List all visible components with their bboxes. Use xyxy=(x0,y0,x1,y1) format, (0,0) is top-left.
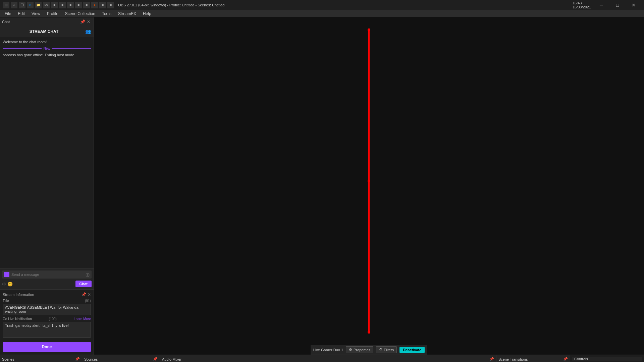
menu-scene-collection[interactable]: Scene Collection xyxy=(62,11,99,17)
app3-icon[interactable]: ■ xyxy=(67,2,74,8)
app5-icon[interactable]: ■ xyxy=(83,2,90,8)
app-title: OBS 27.0.1 (64-bit, windows) - Profile: … xyxy=(118,3,573,7)
maximize-button[interactable]: □ xyxy=(610,0,625,10)
chat-new-divider: New xyxy=(3,47,91,50)
date-display: 16/08/2021 xyxy=(573,5,591,9)
chat-tab[interactable]: Chat xyxy=(2,20,79,24)
app4-icon[interactable]: ■ xyxy=(75,2,82,8)
handle-top-mid[interactable] xyxy=(368,28,370,31)
edge-icon[interactable]: e xyxy=(27,2,34,8)
audio-mixer-title: Audio Mixer xyxy=(162,357,181,361)
title-label-row: Title (91) xyxy=(3,299,91,303)
task-view-icon[interactable]: ❑ xyxy=(19,2,25,8)
time-display: 16:43 xyxy=(573,1,582,5)
app6-icon[interactable]: ■ xyxy=(99,2,106,8)
main-layout: Chat 📌 ✕ STREAM CHAT 👥 Welcome to the ch… xyxy=(0,17,644,355)
stream-chat-header: STREAM CHAT 👥 xyxy=(0,26,94,37)
audio-mixer-panel: Audio Mixer 📌 Live Gamer Duo 1 -19.1 dB xyxy=(160,355,496,362)
learn-more-link[interactable]: Learn More xyxy=(74,317,91,321)
taskbar-app-icons: ⊞ ⌕ ❑ e 📁 🛍 ■ ■ ■ ■ ■ ● ■ ■ xyxy=(3,2,114,8)
stream-info-title: Stream Information xyxy=(3,293,34,297)
chat-settings-icon[interactable]: ⚙ xyxy=(2,282,6,287)
chat-welcome-message: Welcome to the chat room! xyxy=(3,40,91,44)
chat-input-row: ◎ xyxy=(2,270,92,279)
audio-mixer-pin-icon[interactable]: 📌 xyxy=(489,357,494,361)
menu-bar: File Edit View Profile Scene Collection … xyxy=(0,10,644,17)
store-icon[interactable]: 🛍 xyxy=(43,2,50,8)
stream-title-field[interactable]: AVENGERS! ASSEMBLE | War for Wakanda wai… xyxy=(3,304,91,315)
done-button[interactable]: Done xyxy=(3,342,91,352)
sources-panel-header: Sources 📌 xyxy=(82,355,160,362)
chat-input-actions: ⚙ 😊 Chat xyxy=(2,281,92,287)
pin-button[interactable]: 📌 xyxy=(79,19,86,25)
menu-edit[interactable]: Edit xyxy=(14,11,28,17)
sources-panel: Sources 📌 Logo 👁 🔒 Webcam Frame 👁 🔒 Boli… xyxy=(82,355,160,362)
transitions-panel: Scene Transitions 📌 Fade Cut Swipe Slide… xyxy=(496,355,570,362)
menu-help[interactable]: Help xyxy=(140,11,155,17)
files-icon[interactable]: 📁 xyxy=(35,2,42,8)
close-button[interactable]: ✕ xyxy=(626,0,641,10)
active-source-name: Live Gamer Duo 1 xyxy=(313,348,343,352)
chat-panel: Chat 📌 ✕ STREAM CHAT 👥 Welcome to the ch… xyxy=(0,17,94,355)
filters-icon: ⚗ xyxy=(379,348,382,352)
chat-input-area: ◎ ⚙ 😊 Chat xyxy=(0,268,94,289)
chat-message-input[interactable] xyxy=(11,273,86,277)
handle-mid-right[interactable] xyxy=(368,180,370,182)
preview-canvas: CREW QUARTERS Its_Ins... War TableMissio… xyxy=(368,29,370,333)
title-bar: ⊞ ⌕ ❑ e 📁 🛍 ■ ■ ■ ■ ■ ● ■ ■ OBS 27.0.1 (… xyxy=(0,0,644,10)
manage-users-icon[interactable]: 👥 xyxy=(85,29,91,34)
properties-button[interactable]: ⚙ Properties xyxy=(346,346,373,353)
close-chat-button[interactable]: ✕ xyxy=(86,19,92,25)
obs-icon[interactable]: ● xyxy=(91,2,98,8)
controls-panel: Controls Start Streaming Start Recording… xyxy=(570,355,644,362)
preview-area: CREW QUARTERS Its_Ins... War TableMissio… xyxy=(94,17,644,355)
transitions-pin-icon[interactable]: 📌 xyxy=(563,357,568,361)
app7-icon[interactable]: ■ xyxy=(107,2,114,8)
app1-icon[interactable]: ■ xyxy=(51,2,58,8)
source-bar: Live Gamer Duo 1 ⚙ Properties ⚗ Filters … xyxy=(311,345,427,355)
datetime-display: 16:43 16/08/2021 xyxy=(573,1,591,9)
chat-messages-area: Welcome to the chat room! New bobross ha… xyxy=(0,37,94,268)
audio-mixer-header: Audio Mixer 📌 xyxy=(160,355,496,362)
notification-field[interactable]: Trash gameplay alert! Its_sh1ny is live! xyxy=(3,322,91,338)
menu-file[interactable]: File xyxy=(1,11,14,17)
search-icon[interactable]: ⌕ xyxy=(11,2,17,8)
stream-info-pin-icon[interactable]: 📌 xyxy=(82,292,86,297)
transitions-header: Scene Transitions 📌 xyxy=(496,355,570,362)
menu-streamfx[interactable]: StreamFX xyxy=(115,11,140,17)
menu-profile[interactable]: Profile xyxy=(44,11,62,17)
chat-input-settings-icon[interactable]: ◎ xyxy=(86,272,90,277)
controls-title: Controls xyxy=(574,357,588,361)
windows-start-icon[interactable]: ⊞ xyxy=(3,2,9,8)
stream-info-header: Stream Information 📌 ✕ xyxy=(3,292,91,297)
deactivate-button[interactable]: Deactivate xyxy=(399,347,425,353)
stream-chat-title: STREAM CHAT xyxy=(3,29,85,34)
chat-emote-icon[interactable]: 😊 xyxy=(7,282,13,287)
handle-bottom-mid[interactable] xyxy=(368,331,370,334)
chat-tab-bar: Chat 📌 ✕ xyxy=(0,17,94,26)
scenes-title: Scenes xyxy=(2,357,14,361)
stream-info-panel: Stream Information 📌 ✕ Title (91) AVENGE… xyxy=(0,289,94,355)
filters-button[interactable]: ⚗ Filters xyxy=(376,346,397,353)
chat-action-icons: ⚙ 😊 xyxy=(2,282,13,287)
sources-pin-icon[interactable]: 📌 xyxy=(153,357,158,361)
minimize-button[interactable]: ─ xyxy=(594,0,609,10)
controls-header: Controls xyxy=(572,357,642,361)
window-controls: ─ □ ✕ xyxy=(594,0,641,10)
scenes-panel-header: Scenes 📌 xyxy=(0,355,82,362)
chat-offline-message: bobross has gone offline. Exiting host m… xyxy=(3,53,91,57)
sources-title: Sources xyxy=(84,357,98,361)
app2-icon[interactable]: ■ xyxy=(59,2,66,8)
menu-tools[interactable]: Tools xyxy=(99,11,115,17)
notification-label-row: Go Live Notification (100) Learn More xyxy=(3,317,91,321)
stream-info-close-icon[interactable]: ✕ xyxy=(88,292,91,297)
transitions-title: Scene Transitions xyxy=(498,357,528,361)
scenes-panel: Scenes 📌 Starting Main BRB Scene 2 + − ∧… xyxy=(0,355,82,362)
scenes-pin-icon[interactable]: 📌 xyxy=(75,357,80,361)
properties-icon: ⚙ xyxy=(349,348,352,352)
chat-send-button[interactable]: Chat xyxy=(75,281,92,287)
menu-view[interactable]: View xyxy=(28,11,44,17)
twitch-icon xyxy=(4,272,9,277)
bottom-panel: Scenes 📌 Starting Main BRB Scene 2 + − ∧… xyxy=(0,355,644,362)
